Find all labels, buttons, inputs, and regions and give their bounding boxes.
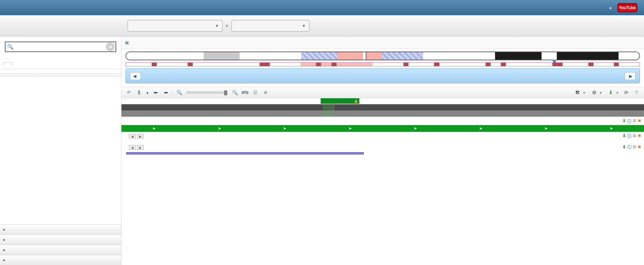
tools-menu[interactable]: 🛠 xyxy=(574,89,585,96)
ideogram-bar[interactable] xyxy=(126,52,640,60)
atg-icon[interactable]: ATG xyxy=(241,89,249,96)
grid-header xyxy=(0,73,121,77)
gear-icon: ⚙ xyxy=(591,89,597,96)
track-info-icon[interactable]: ⓘ xyxy=(627,133,631,139)
accordion-history[interactable] xyxy=(0,245,121,255)
col-location xyxy=(34,74,121,76)
tab-variant[interactable] xyxy=(3,62,13,66)
exon-prev-button[interactable]: ◀ xyxy=(130,72,141,80)
variant-path xyxy=(0,69,121,73)
refsnp-track[interactable] xyxy=(121,151,644,157)
nav-left-icon[interactable]: ⬅ xyxy=(152,89,160,96)
track-download-icon[interactable]: ⬇ xyxy=(622,144,626,150)
track-close-icon[interactable]: ✖ xyxy=(638,118,641,124)
track-info-icon[interactable]: ⓘ xyxy=(627,118,631,124)
download-icon: ⬇ xyxy=(608,89,614,96)
accordion-user-data[interactable] xyxy=(0,235,121,245)
variant-highlight[interactable] xyxy=(321,98,359,104)
layers-icon[interactable]: ☰ xyxy=(251,89,259,96)
annotation-track-title: ⬇ ⓘ ⚙ ✖ xyxy=(121,117,644,125)
genome-browser: « xyxy=(121,37,644,265)
help-icon[interactable]: ? xyxy=(632,89,641,96)
accordion-pick-assembly[interactable] xyxy=(0,224,121,235)
annotation-track[interactable]: ➤➤➤➤➤➤➤➤ xyxy=(121,125,644,132)
sequence-panel[interactable] xyxy=(121,98,644,117)
zoom-out-icon[interactable]: 🔍 xyxy=(175,89,183,96)
undo-icon[interactable]: ↶ xyxy=(125,89,133,96)
accordion-region-details[interactable] xyxy=(0,255,121,265)
track-toolbar: ↶ § ⬅ ➡ | 🔍 🔍 ATG ☰ ≡ 🛠 ⚙ ⬇ ⟳ ? xyxy=(121,87,644,98)
organism-block xyxy=(0,15,121,36)
sequence-bottom xyxy=(121,110,644,117)
clinical-track-title: ◀▶ ⬇ ⓘ ⚙ ✖ xyxy=(121,132,644,140)
sub-bar xyxy=(0,15,644,37)
more-info-menu[interactable] xyxy=(608,5,611,11)
location-bar: « xyxy=(121,37,644,49)
collapse-sidebar-icon[interactable]: « xyxy=(125,38,129,47)
tab-row xyxy=(0,58,121,69)
track-settings-icon[interactable]: ⚙ xyxy=(632,133,637,139)
grid-row[interactable] xyxy=(0,77,121,79)
track-download-icon[interactable]: ⬇ xyxy=(622,118,626,124)
nav-right-icon[interactable]: ➡ xyxy=(162,89,170,96)
track-nav[interactable]: ◀▶ xyxy=(129,134,144,139)
zoom-slider[interactable] xyxy=(187,91,227,94)
left-sidebar: 🔍 ➜ xyxy=(0,37,121,265)
ideogram[interactable] xyxy=(121,49,644,66)
track-close-icon[interactable]: ✖ xyxy=(638,144,641,150)
density-bar[interactable] xyxy=(126,62,640,66)
tracks-menu[interactable]: ⚙ xyxy=(591,89,602,96)
refresh-icon[interactable]: ⟳ xyxy=(622,89,630,96)
link-icon[interactable]: § xyxy=(135,89,143,96)
assembly-select[interactable] xyxy=(128,20,223,32)
track-info-icon[interactable]: ⓘ xyxy=(627,144,631,150)
ruler[interactable] xyxy=(121,98,644,104)
clinical-track[interactable] xyxy=(121,140,644,143)
track-settings-icon[interactable]: ⚙ xyxy=(632,144,637,150)
zoom-in-icon[interactable]: 🔍 xyxy=(231,89,239,96)
search-field[interactable]: 🔍 ➜ xyxy=(5,41,116,52)
sequence-top xyxy=(121,104,644,110)
refsnp-track-title: ◀▶ ⬇ ⓘ ⚙ ✖ xyxy=(121,143,644,151)
chromosome-select[interactable] xyxy=(231,20,309,32)
search-go-button[interactable]: ➜ xyxy=(106,42,115,51)
exon-navigator: ◀ ▶ xyxy=(126,68,640,83)
top-bar: YouTube xyxy=(0,0,644,15)
col-rsid xyxy=(0,74,34,76)
accordion xyxy=(0,224,121,265)
exon-next-button[interactable]: ▶ xyxy=(625,72,636,80)
snp-span-bar xyxy=(126,152,364,155)
track-settings-icon[interactable]: ⚙ xyxy=(632,118,637,124)
search-input[interactable] xyxy=(15,44,106,50)
separator-dot xyxy=(226,25,228,27)
tools-icon: 🛠 xyxy=(574,89,581,96)
track-download-icon[interactable]: ⬇ xyxy=(622,133,626,139)
download-menu[interactable]: ⬇ xyxy=(608,89,618,96)
track-nav[interactable]: ◀▶ xyxy=(129,145,144,150)
track-close-icon[interactable]: ✖ xyxy=(638,133,641,139)
youtube-link[interactable]: YouTube xyxy=(618,3,637,12)
zoom-thumb[interactable] xyxy=(224,90,227,95)
sequence-select[interactable] xyxy=(145,90,150,95)
examples-link[interactable] xyxy=(0,54,121,58)
align-icon[interactable]: ≡ xyxy=(261,89,269,96)
search-icon: 🔍 xyxy=(6,44,15,50)
